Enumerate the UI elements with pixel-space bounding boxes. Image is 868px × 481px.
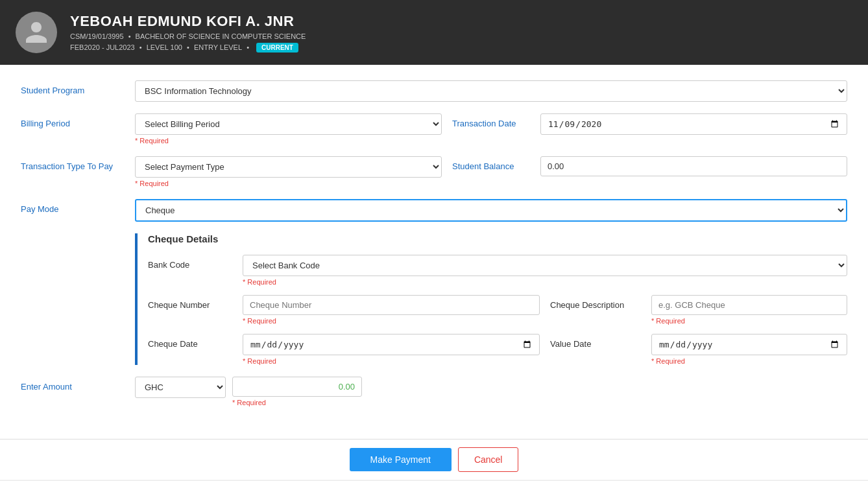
student-program-select[interactable]: BSC Information Technology [135,80,847,102]
bank-code-label: Bank Code [148,255,232,270]
billing-period-row: Billing Period Select Billing Period Req… [21,113,847,145]
header-meta: CSM/19/01/3995 • BACHELOR OF SCIENCE IN … [70,32,308,40]
cheque-number-row: Cheque Number Required Cheque Descriptio… [148,295,847,325]
billing-period-field: Select Billing Period Required [135,113,442,145]
bank-code-row: Bank Code Select Bank Code Required [148,255,847,286]
student-balance-field: 0.00 [540,156,847,176]
entry-level: ENTRY LEVEL [194,43,242,51]
enter-amount-label: Enter Amount [21,377,125,392]
cheque-description-label: Cheque Description [550,295,641,325]
pay-mode-row: Pay Mode Cheque Cash Bank Transfer Mobil… [21,199,847,222]
cheque-date-required: Required [243,357,540,365]
bank-code-select[interactable]: Select Bank Code [243,255,847,276]
pay-mode-field: Cheque Cash Bank Transfer Mobile Money [135,199,847,222]
cheque-description-required: Required [651,317,847,325]
student-program-field: BSC Information Technology [135,80,847,102]
avatar [16,12,57,53]
header-info: YEBOAH EDMUND KOFI A. JNR CSM/19/01/3995… [70,13,308,53]
billing-period-required: Required [135,137,442,145]
transaction-type-field: Select Payment Type Required [135,156,442,187]
cheque-date-row: Cheque Date Required Value Date Required [148,334,847,365]
make-payment-button[interactable]: Make Payment [350,448,452,471]
student-name: YEBOAH EDMUND KOFI A. JNR [70,13,308,30]
study-period: FEB2020 - JUL2023 [70,43,135,51]
cheque-date-label: Cheque Date [148,334,232,349]
value-date-input[interactable] [651,334,847,355]
cheque-number-required: Required [243,317,540,325]
cheque-number-input[interactable] [243,295,540,315]
transaction-type-row: Transaction Type To Pay Select Payment T… [21,156,847,187]
enter-amount-row: Enter Amount GHC USD EUR GBP 0.00 Requir… [21,377,847,406]
pay-mode-select[interactable]: Cheque Cash Bank Transfer Mobile Money [135,199,847,222]
student-program-label: Student Program [21,80,125,95]
transaction-date-field [540,113,847,135]
cheque-description-field: Required [651,295,847,325]
cheque-description-group: Cheque Description Required [550,295,847,325]
value-date-label: Value Date [550,334,641,365]
header-meta-2: FEB2020 - JUL2023 • LEVEL 100 • ENTRY LE… [70,43,308,53]
pay-mode-label: Pay Mode [21,199,125,214]
student-program: BACHELOR OF SCIENCE IN COMPUTER SCIENCE [136,32,306,40]
student-program-row: Student Program BSC Information Technolo… [21,80,847,102]
billing-period-label: Billing Period [21,113,125,128]
transaction-date-input[interactable] [540,113,847,135]
student-balance-input: 0.00 [540,156,847,176]
billing-period-select[interactable]: Select Billing Period [135,113,442,135]
cheque-description-input[interactable] [651,295,847,315]
amount-required: Required [232,399,362,406]
footer: Make Payment Cancel [0,439,868,480]
amount-input[interactable]: 0.00 [232,377,362,397]
value-date-group: Value Date Required [550,334,847,365]
cheque-date-input[interactable] [243,334,540,355]
transaction-type-select[interactable]: Select Payment Type [135,156,442,178]
bank-code-required: Required [243,278,847,286]
transaction-type-label: Transaction Type To Pay [21,156,125,171]
status-badge: CURRENT [256,43,298,53]
cheque-date-field: Required [243,334,540,365]
cheque-number-label: Cheque Number [148,295,232,310]
currency-select[interactable]: GHC USD EUR GBP [135,377,226,398]
student-balance-label: Student Balance [452,156,530,171]
page-header: YEBOAH EDMUND KOFI A. JNR CSM/19/01/3995… [0,0,868,65]
main-form: Student Program BSC Information Technolo… [0,65,868,439]
transaction-date-label: Transaction Date [452,113,530,128]
cancel-button[interactable]: Cancel [458,447,519,472]
value-date-field: Required [651,334,847,365]
cheque-number-field: Required [243,295,540,325]
bank-code-field: Select Bank Code Required [243,255,847,286]
cheque-details-title: Cheque Details [148,233,847,244]
transaction-type-required: Required [135,180,442,187]
student-id: CSM/19/01/3995 [70,32,124,40]
cheque-details-section: Cheque Details Bank Code Select Bank Cod… [135,233,847,365]
enter-amount-field: GHC USD EUR GBP 0.00 Required [135,377,847,406]
student-level: LEVEL 100 [147,43,182,51]
value-date-required: Required [651,357,847,365]
